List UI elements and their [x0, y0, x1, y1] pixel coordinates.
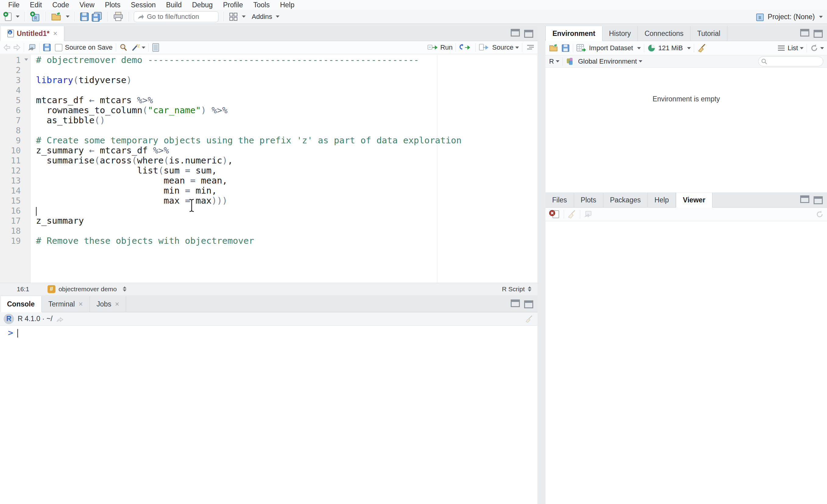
global-env-selector[interactable]: Global Environment — [578, 58, 642, 65]
close-icon[interactable]: × — [79, 300, 83, 308]
r-scope-selector[interactable]: R — [549, 58, 560, 65]
open-file-dropdown-caret[interactable] — [66, 15, 69, 18]
code-line-2[interactable]: 2 — [0, 65, 538, 75]
env-tab-environment[interactable]: Environment — [545, 26, 602, 41]
files-tab-help[interactable]: Help — [648, 193, 676, 207]
console-popout-icon[interactable] — [56, 315, 64, 323]
code-line-11[interactable]: 11 summarise(across(where(is.numeric), — [0, 156, 538, 166]
menu-plots[interactable]: Plots — [100, 0, 126, 10]
pane-layout-caret[interactable] — [242, 15, 246, 18]
code-line-14[interactable]: 14 min = min, — [0, 186, 538, 196]
code-line-17[interactable]: 17z_summary — [0, 216, 538, 226]
menu-build[interactable]: Build — [161, 0, 187, 10]
document-outline-icon[interactable] — [525, 44, 534, 51]
environment-search-input[interactable] — [758, 56, 823, 66]
new-project-icon[interactable]: R — [30, 11, 41, 22]
goto-file-input[interactable]: Go to file/function — [134, 11, 218, 22]
menu-view[interactable]: View — [75, 0, 100, 10]
section-selector[interactable]: # objectremover demo — [48, 285, 127, 293]
load-workspace-icon[interactable] — [548, 44, 559, 53]
menu-help[interactable]: Help — [275, 0, 299, 10]
list-view-icon[interactable] — [777, 45, 785, 51]
code-line-12[interactable]: 12 list(sum = sum, — [0, 166, 538, 176]
checkbox-box[interactable] — [55, 44, 62, 51]
code-lines[interactable]: 1# objectremover demo ------------------… — [0, 55, 538, 246]
code-line-16[interactable]: 16 — [0, 206, 538, 216]
console-input-area[interactable]: > — [0, 326, 538, 338]
maximize-env-icon[interactable] — [814, 30, 823, 38]
files-tab-plots[interactable]: Plots — [574, 193, 603, 207]
console-tab-terminal[interactable]: Terminal× — [42, 296, 90, 312]
source-button[interactable]: Source — [479, 44, 514, 51]
project-menu-button[interactable]: R Project: (None) — [755, 11, 823, 22]
viewer-popout-icon[interactable] — [583, 210, 592, 219]
code-tools-icon[interactable] — [131, 43, 140, 52]
minimize-viewer-icon[interactable] — [799, 196, 810, 204]
clear-console-icon[interactable] — [525, 315, 534, 324]
save-icon[interactable] — [80, 12, 89, 21]
code-line-4[interactable]: 4 — [0, 85, 538, 95]
compile-report-icon[interactable] — [152, 43, 160, 52]
env-tab-connections[interactable]: Connections — [638, 26, 690, 41]
file-type-selector[interactable]: R Script — [502, 285, 531, 293]
menu-debug[interactable]: Debug — [187, 0, 218, 10]
env-tab-history[interactable]: History — [602, 26, 638, 41]
maximize-console-icon[interactable] — [524, 300, 533, 308]
refresh-caret[interactable] — [820, 47, 824, 49]
minimize-env-icon[interactable] — [799, 30, 810, 37]
save-workspace-icon[interactable] — [561, 44, 570, 52]
code-line-1[interactable]: 1# objectremover demo ------------------… — [0, 55, 538, 65]
menu-code[interactable]: Code — [47, 0, 75, 10]
viewer-broom-icon[interactable] — [567, 209, 577, 219]
memory-usage-button[interactable]: 121 MiB — [647, 44, 691, 52]
menu-tools[interactable]: Tools — [248, 0, 275, 10]
find-icon[interactable] — [119, 43, 128, 52]
code-line-13[interactable]: 13 mean = mean, — [0, 176, 538, 186]
maximize-viewer-icon[interactable] — [814, 196, 823, 204]
console-tab-jobs[interactable]: Jobs× — [90, 296, 127, 312]
minimize-console-icon[interactable] — [510, 300, 521, 308]
forward-icon[interactable] — [13, 44, 21, 51]
console-tab-console[interactable]: Console — [0, 296, 42, 312]
source-on-save-checkbox[interactable]: Source on Save — [55, 44, 113, 51]
minimize-pane-icon[interactable] — [510, 30, 521, 37]
list-view-caret[interactable] — [800, 47, 804, 49]
save-icon[interactable] — [43, 43, 51, 52]
code-line-15[interactable]: 15 max = max))) — [0, 196, 538, 206]
back-icon[interactable] — [3, 44, 11, 51]
menu-session[interactable]: Session — [126, 0, 161, 10]
files-tab-packages[interactable]: Packages — [603, 193, 648, 207]
code-line-19[interactable]: 19# Remove these objects with objectremo… — [0, 236, 538, 246]
code-tools-caret[interactable] — [142, 47, 145, 49]
code-line-9[interactable]: 9# Create some temporary objects using t… — [0, 135, 538, 146]
code-line-3[interactable]: 3library(tidyverse) — [0, 75, 538, 85]
close-icon[interactable]: × — [115, 300, 119, 308]
tab-untitled1[interactable]: R Untitled1* × — [0, 26, 64, 41]
menu-file[interactable]: File — [3, 0, 25, 10]
addins-caret[interactable] — [276, 15, 280, 18]
code-line-10[interactable]: 10z_summary ← mtcars_df %>% — [0, 146, 538, 156]
pane-layout-icon[interactable] — [229, 12, 238, 21]
open-file-icon[interactable] — [51, 11, 62, 22]
code-line-8[interactable]: 8 — [0, 125, 538, 135]
addins-button[interactable]: Addins — [252, 13, 272, 21]
rerun-button[interactable] — [459, 44, 472, 51]
menu-profile[interactable]: Profile — [218, 0, 248, 10]
env-tab-tutorial[interactable]: Tutorial — [690, 26, 727, 41]
menu-edit[interactable]: Edit — [25, 0, 47, 10]
import-dataset-button[interactable]: Import Dataset — [576, 44, 641, 52]
fold-arrow-icon[interactable] — [25, 58, 28, 61]
source-caret[interactable] — [515, 47, 519, 49]
files-tab-files[interactable]: Files — [545, 193, 574, 207]
clear-viewer-icon[interactable] — [548, 209, 561, 219]
code-line-7[interactable]: 7 as_tibble() — [0, 115, 538, 125]
tab-close-icon[interactable]: × — [53, 29, 57, 38]
run-button[interactable]: Run — [428, 44, 452, 51]
code-line-5[interactable]: 5mtcars_df ← mtcars %>% — [0, 95, 538, 105]
new-file-icon[interactable] — [3, 11, 12, 22]
editor-surface[interactable]: 1# objectremover demo ------------------… — [0, 54, 538, 283]
files-tab-viewer[interactable]: Viewer — [676, 193, 713, 208]
new-file-dropdown-caret[interactable] — [16, 15, 19, 18]
code-line-6[interactable]: 6 rownames_to_column("car_name") %>% — [0, 105, 538, 115]
viewer-refresh-icon[interactable] — [816, 210, 824, 219]
